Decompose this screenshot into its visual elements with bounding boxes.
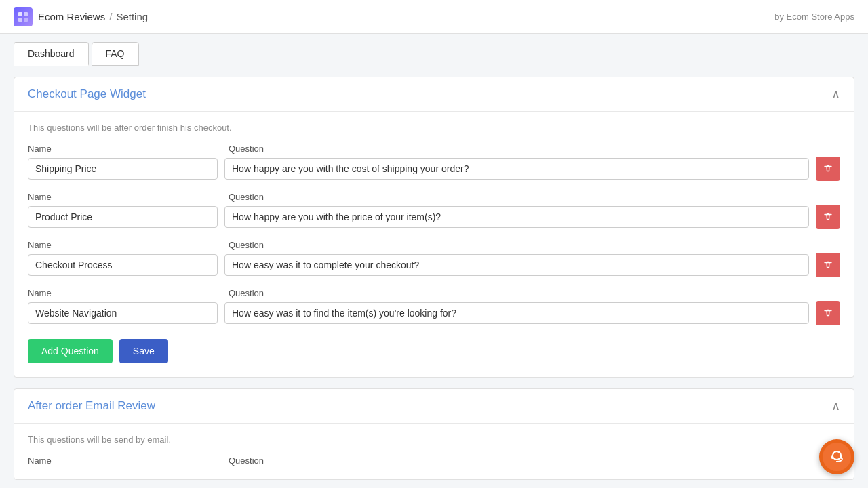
name-label-2: Name <box>28 192 218 202</box>
email-section-description: This questions will be send by email. <box>28 434 840 445</box>
trash-icon <box>823 260 833 270</box>
delete-button-product-price[interactable] <box>816 205 840 229</box>
question-row-checkout-process: Name Question <box>28 240 840 277</box>
delete-button-website-navigation[interactable] <box>816 301 840 325</box>
main-content: Checkout Page Widget ∧ This questions wi… <box>0 66 868 488</box>
question-input-website-navigation[interactable] <box>224 302 809 324</box>
breadcrumb-current-page: Setting <box>116 11 148 22</box>
name-input-shipping-price[interactable] <box>28 158 218 180</box>
field-inputs-row1 <box>28 157 840 181</box>
name-label-1: Name <box>28 144 218 154</box>
field-labels-row2: Name Question <box>28 192 840 202</box>
trash-icon <box>823 212 833 222</box>
name-label-4: Name <box>28 288 218 298</box>
checkout-section-header: Checkout Page Widget ∧ <box>14 77 854 112</box>
question-label-4: Question <box>229 288 840 298</box>
svg-rect-1 <box>24 12 28 16</box>
email-section-header: After order Email Review ∧ <box>14 389 854 424</box>
svg-point-7 <box>836 461 837 462</box>
field-labels-row4: Name Question <box>28 288 840 298</box>
question-label-2: Question <box>229 192 840 202</box>
email-section-body: This questions will be send by email. Na… <box>14 424 854 479</box>
nav-bar: Dashboard FAQ <box>0 34 868 66</box>
question-input-product-price[interactable] <box>224 206 809 228</box>
name-input-product-price[interactable] <box>28 206 218 228</box>
field-labels-row3: Name Question <box>28 240 840 250</box>
add-question-button[interactable]: Add Question <box>28 339 113 363</box>
app-icon <box>14 7 33 26</box>
tab-faq[interactable]: FAQ <box>92 42 139 66</box>
trash-icon <box>823 308 833 318</box>
tab-dashboard[interactable]: Dashboard <box>14 42 89 66</box>
headset-icon <box>829 449 845 465</box>
checkout-collapse-button[interactable]: ∧ <box>831 87 840 102</box>
breadcrumb: Ecom Reviews / Setting <box>38 11 148 22</box>
question-row-shipping-price: Name Question <box>28 144 840 181</box>
field-labels-row1: Name Question <box>28 144 840 154</box>
name-label-3: Name <box>28 240 218 250</box>
svg-rect-0 <box>18 12 22 16</box>
checkout-section-description: This questions will be after order finis… <box>28 123 840 133</box>
delete-button-checkout-process[interactable] <box>816 253 840 277</box>
question-input-checkout-process[interactable] <box>224 254 809 276</box>
name-input-website-navigation[interactable] <box>28 302 218 324</box>
question-row-website-navigation: Name Question <box>28 288 840 325</box>
svg-rect-3 <box>24 18 28 22</box>
email-name-label: Name <box>28 455 218 466</box>
header-by-text: by Ecom Store Apps <box>774 12 854 22</box>
question-label-3: Question <box>229 240 840 250</box>
support-widget-inner <box>823 443 851 471</box>
question-input-shipping-price[interactable] <box>224 158 809 180</box>
breadcrumb-separator: / <box>109 11 112 22</box>
checkout-section-body: This questions will be after order finis… <box>14 112 854 377</box>
email-review-section: After order Email Review ∧ This question… <box>14 388 854 480</box>
action-buttons: Add Question Save <box>28 339 840 363</box>
question-row-product-price: Name Question <box>28 192 840 229</box>
save-button[interactable]: Save <box>119 339 168 363</box>
email-field-labels: Name Question <box>28 455 840 466</box>
email-section-title: After order Email Review <box>28 399 155 413</box>
svg-rect-5 <box>831 455 833 459</box>
question-label-1: Question <box>229 144 840 154</box>
checkout-section-title: Checkout Page Widget <box>28 87 146 101</box>
svg-rect-2 <box>18 18 22 22</box>
email-question-label: Question <box>229 455 840 466</box>
support-widget[interactable] <box>819 439 854 474</box>
trash-icon <box>823 164 833 174</box>
delete-button-shipping-price[interactable] <box>816 157 840 181</box>
checkout-page-widget-section: Checkout Page Widget ∧ This questions wi… <box>14 77 854 378</box>
email-collapse-button[interactable]: ∧ <box>831 399 840 413</box>
field-inputs-row2 <box>28 205 840 229</box>
breadcrumb-app-name: Ecom Reviews <box>38 11 105 22</box>
name-input-checkout-process[interactable] <box>28 254 218 276</box>
field-inputs-row4 <box>28 301 840 325</box>
field-inputs-row3 <box>28 253 840 277</box>
header-left: Ecom Reviews / Setting <box>14 7 148 26</box>
header: Ecom Reviews / Setting by Ecom Store App… <box>0 0 868 34</box>
